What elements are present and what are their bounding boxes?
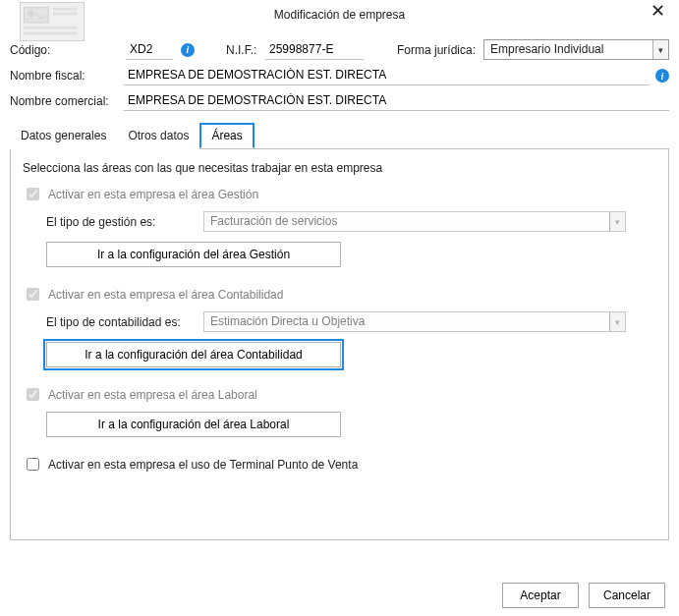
config-laboral-button[interactable]: Ir a la configuración del área Laboral xyxy=(46,412,341,437)
info-icon[interactable]: i xyxy=(655,69,669,83)
app-icon-placeholder xyxy=(20,2,85,41)
info-icon[interactable]: i xyxy=(181,43,195,57)
checkbox-contabilidad-label: Activar en esta empresa el área Contabil… xyxy=(48,288,283,302)
chevron-down-icon: ▾ xyxy=(652,40,668,59)
window-title: Modificación de empresa xyxy=(274,6,405,22)
tipo-contabilidad-value: Estimación Directa u Objetiva xyxy=(204,312,609,331)
chevron-down-icon: ▾ xyxy=(609,312,625,331)
nif-label: N.I.F.: xyxy=(226,43,257,57)
tipo-contabilidad-label: El tipo de contabilidad es: xyxy=(46,315,194,329)
nif-input[interactable] xyxy=(265,40,364,60)
chevron-down-icon: ▾ xyxy=(609,212,625,231)
checkbox-tpv[interactable] xyxy=(27,458,39,471)
checkbox-laboral[interactable] xyxy=(27,388,39,401)
tab-datos-generales[interactable]: Datos generales xyxy=(10,124,117,149)
close-icon[interactable]: ✕ xyxy=(651,2,665,20)
svg-rect-5 xyxy=(25,31,78,34)
nombre-comercial-input[interactable] xyxy=(124,91,669,111)
forma-juridica-label: Forma jurídica: xyxy=(397,43,476,57)
forma-juridica-value: Empresario Individual xyxy=(484,40,652,59)
areas-instruction: Selecciona las áreas con las que necesit… xyxy=(23,161,656,175)
svg-rect-2 xyxy=(53,8,78,11)
accept-button[interactable]: Aceptar xyxy=(502,583,579,608)
svg-rect-3 xyxy=(53,13,78,16)
tab-areas[interactable]: Áreas xyxy=(199,123,254,148)
checkbox-gestion[interactable] xyxy=(27,188,39,200)
cancel-button[interactable]: Cancelar xyxy=(589,583,665,608)
codigo-label: Código: xyxy=(10,43,118,57)
nombre-fiscal-input[interactable] xyxy=(124,66,650,85)
svg-rect-4 xyxy=(25,27,78,29)
tabstrip: Datos generales Otros datos Áreas xyxy=(10,123,669,149)
checkbox-laboral-label: Activar en esta empresa el área Laboral xyxy=(48,388,257,402)
forma-juridica-select[interactable]: Empresario Individual ▾ xyxy=(483,39,669,60)
config-gestion-button[interactable]: Ir a la configuración del área Gestión xyxy=(46,242,341,267)
checkbox-gestion-label: Activar en esta empresa el área Gestión xyxy=(48,188,258,201)
nombre-fiscal-label: Nombre fiscal: xyxy=(10,69,118,83)
tab-areas-panel: Selecciona las áreas con las que necesit… xyxy=(10,149,669,540)
tab-otros-datos[interactable]: Otros datos xyxy=(117,124,199,149)
nombre-comercial-label: Nombre comercial: xyxy=(10,94,118,108)
tipo-gestion-select[interactable]: Facturación de servicios ▾ xyxy=(203,211,626,232)
tipo-gestion-value: Facturación de servicios xyxy=(204,212,609,231)
codigo-input[interactable] xyxy=(126,40,173,60)
checkbox-contabilidad[interactable] xyxy=(27,288,39,301)
checkbox-tpv-label: Activar en esta empresa el uso de Termin… xyxy=(48,458,358,472)
config-contabilidad-button[interactable]: Ir a la configuración del área Contabili… xyxy=(46,342,341,367)
tipo-contabilidad-select[interactable]: Estimación Directa u Objetiva ▾ xyxy=(203,311,626,332)
tipo-gestion-label: El tipo de gestión es: xyxy=(46,215,194,229)
